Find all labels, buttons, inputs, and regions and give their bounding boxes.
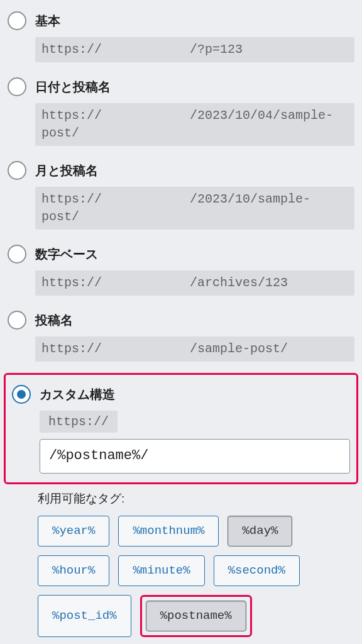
tag-year[interactable]: %year% — [38, 516, 109, 547]
option-body: カスタム構造 https:// — [40, 386, 350, 474]
option-sample: https:///archives/123 — [35, 270, 354, 296]
permalink-option-postname[interactable]: 投稿名 https:///sample-post/ — [8, 307, 354, 373]
radio-day-name[interactable] — [8, 77, 26, 96]
option-body: 基本 https:///?p=123 — [35, 13, 354, 62]
option-label: カスタム構造 — [40, 386, 350, 403]
tag-monthnum[interactable]: %monthnum% — [118, 516, 219, 547]
option-body: 月と投稿名 https:///2023/10/sample-post/ — [35, 162, 354, 230]
option-label: 基本 — [35, 13, 354, 30]
permalink-option-custom[interactable]: カスタム構造 https:// — [12, 381, 350, 474]
available-tags: %year% %monthnum% %day% %hour% %minute% … — [38, 516, 354, 637]
available-tags-label: 利用可能なタグ: — [38, 491, 354, 507]
permalink-option-plain[interactable]: 基本 https:///?p=123 — [8, 8, 354, 74]
tag-day[interactable]: %day% — [228, 516, 292, 547]
option-sample: https:///sample-post/ — [35, 336, 354, 362]
option-body: 数字ベース https:///archives/123 — [35, 246, 354, 296]
custom-structure-highlight: カスタム構造 https:// — [4, 373, 358, 484]
tag-post-id[interactable]: %post_id% — [38, 595, 131, 637]
custom-structure-input[interactable] — [40, 439, 350, 474]
custom-prefix: https:// — [40, 411, 118, 433]
permalink-option-numeric[interactable]: 数字ベース https:///archives/123 — [8, 241, 354, 307]
tag-second[interactable]: %second% — [214, 555, 300, 586]
radio-postname[interactable] — [8, 311, 26, 330]
radio-plain[interactable] — [8, 11, 26, 30]
tag-hour[interactable]: %hour% — [38, 555, 109, 586]
option-sample: https:///?p=123 — [35, 37, 354, 62]
radio-numeric[interactable] — [8, 245, 26, 264]
option-body: 日付と投稿名 https:///2023/10/04/sample-post/ — [35, 79, 354, 146]
option-label: 日付と投稿名 — [35, 79, 354, 96]
option-sample: https:///2023/10/sample-post/ — [35, 187, 354, 230]
radio-custom[interactable] — [12, 385, 31, 404]
option-body: 投稿名 https:///sample-post/ — [35, 312, 354, 362]
option-label: 投稿名 — [35, 312, 354, 329]
radio-month-name[interactable] — [8, 161, 26, 180]
permalink-option-month-name[interactable]: 月と投稿名 https:///2023/10/sample-post/ — [8, 157, 354, 241]
option-label: 月と投稿名 — [35, 162, 354, 179]
tag-minute[interactable]: %minute% — [118, 555, 204, 586]
option-label: 数字ベース — [35, 246, 354, 263]
permalink-option-day-name[interactable]: 日付と投稿名 https:///2023/10/04/sample-post/ — [8, 74, 354, 157]
tag-postname-highlight: %postname% — [140, 595, 252, 637]
tag-postname[interactable]: %postname% — [146, 601, 246, 631]
option-sample: https:///2023/10/04/sample-post/ — [35, 103, 354, 146]
